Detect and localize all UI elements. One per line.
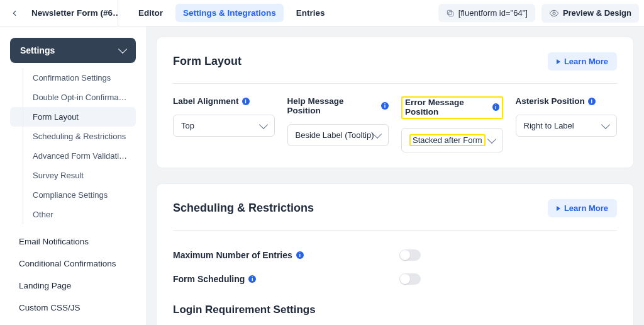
field-error-message: Error Message Position i Stacked after F… bbox=[401, 96, 503, 152]
help-message-select[interactable]: Beside Label (Tooltip) bbox=[287, 124, 389, 146]
form-layout-row: Label Alignment i Top Help Message Posit… bbox=[173, 96, 617, 152]
svg-rect-0 bbox=[449, 11, 453, 16]
field-label-alignment: Label Alignment i Top bbox=[173, 96, 275, 152]
info-icon[interactable]: i bbox=[296, 251, 304, 259]
card-header: Scheduling & Restrictions Learn More bbox=[173, 199, 617, 217]
form-layout-title: Form Layout bbox=[173, 55, 242, 68]
tree-other[interactable]: Other bbox=[10, 205, 136, 224]
scheduling-card: Scheduling & Restrictions Learn More Max… bbox=[156, 183, 634, 325]
tree-confirmation-settings[interactable]: Confirmation Settings bbox=[10, 68, 136, 88]
tree-scheduling[interactable]: Scheduling & Restrictions bbox=[10, 127, 136, 146]
divider bbox=[173, 230, 617, 231]
info-icon[interactable]: i bbox=[248, 275, 256, 283]
sidebar: Settings Confirmation Settings Double Op… bbox=[0, 26, 146, 325]
info-icon[interactable]: i bbox=[242, 98, 250, 105]
label-alignment-label: Label Alignment i bbox=[173, 96, 275, 106]
learn-more-label: Learn More bbox=[564, 57, 608, 66]
learn-more-button[interactable]: Learn More bbox=[548, 199, 617, 217]
learn-more-label: Learn More bbox=[564, 203, 608, 213]
chevron-down-icon bbox=[118, 45, 127, 54]
play-icon bbox=[557, 206, 560, 211]
back-button[interactable] bbox=[5, 4, 24, 23]
error-message-select[interactable]: Stacked after Form bbox=[401, 128, 503, 152]
sidebar-email-notifications[interactable]: Email Notifications bbox=[10, 231, 136, 253]
learn-more-button[interactable]: Learn More bbox=[548, 52, 617, 71]
settings-tree: Confirmation Settings Double Opt-in Conf… bbox=[10, 68, 136, 224]
chevron-down-icon bbox=[373, 129, 382, 138]
chevron-left-icon bbox=[10, 9, 19, 18]
login-req-title: Login Requirement Settings bbox=[173, 304, 617, 316]
field-help-message: Help Message Position i Beside Label (To… bbox=[287, 96, 389, 152]
preview-label: Preview & Design bbox=[563, 8, 631, 18]
asterisk-select[interactable]: Right to Label bbox=[516, 115, 618, 137]
eye-icon bbox=[549, 8, 559, 18]
form-scheduling-toggle[interactable] bbox=[399, 273, 421, 285]
shortcode-button[interactable]: [fluentform id="64"] bbox=[438, 4, 535, 22]
sidebar-landing-page[interactable]: Landing Page bbox=[10, 275, 136, 297]
max-entries-label: Maximum Number of Entries i bbox=[173, 250, 399, 260]
shortcode-text: [fluentform id="64"] bbox=[458, 8, 528, 18]
tree-form-layout[interactable]: Form Layout bbox=[10, 107, 136, 127]
tree-survey-result[interactable]: Survey Result bbox=[10, 166, 136, 185]
info-icon[interactable]: i bbox=[588, 98, 596, 105]
error-message-label: Error Message Position i bbox=[401, 96, 503, 119]
max-entries-toggle[interactable] bbox=[399, 249, 421, 261]
svg-rect-1 bbox=[447, 10, 452, 14]
sidebar-settings-header[interactable]: Settings bbox=[10, 38, 136, 63]
info-icon[interactable]: i bbox=[492, 103, 499, 111]
tree-double-optin[interactable]: Double Opt-in Confirma… bbox=[10, 88, 136, 107]
chevron-down-icon bbox=[258, 120, 267, 128]
tab-editor[interactable]: Editor bbox=[131, 4, 170, 22]
chevron-down-icon bbox=[601, 120, 610, 128]
setting-max-entries: Maximum Number of Entries i bbox=[173, 243, 617, 267]
svg-point-2 bbox=[553, 12, 555, 14]
body: Settings Confirmation Settings Double Op… bbox=[0, 26, 644, 325]
tree-compliance[interactable]: Compliance Settings bbox=[10, 185, 136, 205]
tab-settings-integrations[interactable]: Settings & Integrations bbox=[175, 4, 284, 22]
tabs: Editor Settings & Integrations Entries bbox=[131, 4, 333, 22]
label-alignment-select[interactable]: Top bbox=[173, 115, 275, 137]
tab-entries[interactable]: Entries bbox=[289, 4, 333, 22]
asterisk-label: Asterisk Position i bbox=[516, 96, 618, 106]
sidebar-custom-cssjs[interactable]: Custom CSS/JS bbox=[10, 297, 136, 319]
field-asterisk: Asterisk Position i Right to Label bbox=[516, 96, 618, 152]
content: Form Layout Learn More Label Alignment i… bbox=[146, 26, 644, 325]
form-layout-card: Form Layout Learn More Label Alignment i… bbox=[156, 37, 634, 168]
info-icon[interactable]: i bbox=[381, 102, 389, 110]
card-header: Form Layout Learn More bbox=[173, 52, 617, 71]
scheduling-title: Scheduling & Restrictions bbox=[173, 202, 314, 215]
form-title[interactable]: Newsletter Form (#6… bbox=[24, 0, 118, 26]
copy-icon bbox=[446, 9, 455, 18]
top-header: Newsletter Form (#6… Editor Settings & I… bbox=[0, 0, 644, 26]
tree-advanced-validation[interactable]: Advanced Form Validati… bbox=[10, 146, 136, 166]
divider bbox=[173, 83, 617, 84]
play-icon bbox=[557, 59, 560, 64]
chevron-down-icon bbox=[487, 134, 496, 143]
form-scheduling-label: Form Scheduling i bbox=[173, 274, 399, 284]
preview-button[interactable]: Preview & Design bbox=[541, 4, 639, 23]
header-actions: [fluentform id="64"] Preview & Design bbox=[438, 4, 639, 23]
sidebar-title: Settings bbox=[20, 45, 55, 55]
sidebar-conditional-confirmations[interactable]: Conditional Confirmations bbox=[10, 253, 136, 275]
help-message-label: Help Message Position i bbox=[287, 96, 389, 115]
setting-form-scheduling: Form Scheduling i bbox=[173, 267, 617, 291]
